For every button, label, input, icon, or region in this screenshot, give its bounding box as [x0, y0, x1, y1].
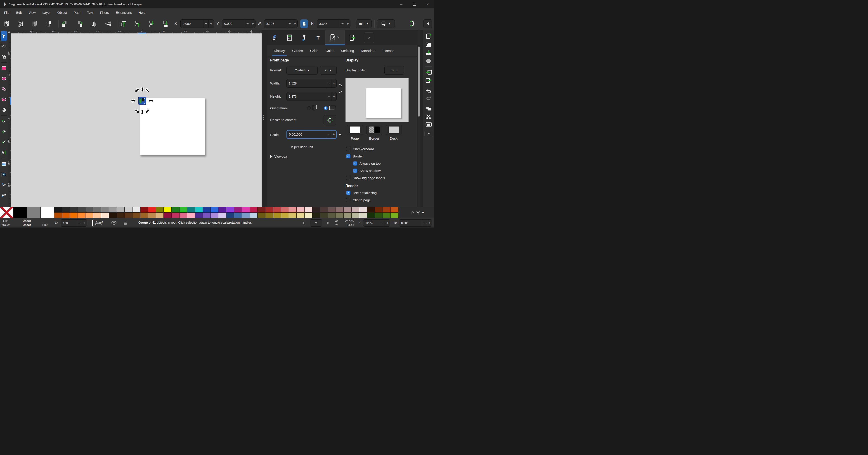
lower-to-bottom-icon[interactable]	[162, 20, 169, 27]
palette-swatch[interactable]	[86, 207, 93, 213]
selector-tool[interactable]	[0, 31, 7, 41]
x-field[interactable]: 0.000 − +	[180, 20, 214, 28]
palette-swatch[interactable]	[187, 213, 195, 218]
palette-swatch[interactable]	[70, 213, 78, 218]
palette-swatch[interactable]	[234, 213, 242, 218]
show-shadow-checkbox[interactable]: ✓Show shadow	[353, 168, 380, 173]
page-height-value[interactable]: 1.373	[287, 95, 326, 98]
close-dialog-icon[interactable]: ✕	[337, 35, 340, 39]
tab-fill-stroke[interactable]	[297, 30, 311, 45]
raise-icon[interactable]	[134, 20, 141, 27]
palette-swatch[interactable]	[54, 213, 62, 218]
palette-swatch[interactable]	[305, 207, 312, 213]
palette-swatch[interactable]	[336, 213, 344, 218]
flip-vertical-icon[interactable]	[105, 20, 112, 27]
palette-swatch[interactable]	[125, 207, 132, 213]
zoom-field[interactable]: 129% − +	[363, 219, 390, 227]
rectangle-tool[interactable]	[0, 63, 7, 73]
w-increment-button[interactable]: +	[292, 20, 297, 28]
menu-path[interactable]: Path	[71, 10, 83, 15]
open-icon[interactable]	[426, 42, 432, 47]
palette-swatch[interactable]	[195, 213, 203, 218]
palette-swatch[interactable]	[172, 213, 180, 218]
more-commands-button[interactable]	[424, 130, 433, 137]
menu-help[interactable]: Help	[136, 10, 148, 15]
palette-swatch[interactable]	[180, 213, 187, 218]
palette-swatch[interactable]	[164, 213, 172, 218]
always-on-top-checkbox[interactable]: ✓Always on top	[353, 161, 380, 166]
tab-color[interactable]: Color	[322, 47, 337, 55]
mesh-gradient-tool[interactable]	[0, 169, 7, 180]
page-selector-dropdown[interactable]	[310, 219, 322, 227]
scale-handle-s[interactable]	[140, 109, 145, 115]
palette-swatch[interactable]	[297, 213, 305, 218]
scale-decrement-button[interactable]: −	[326, 131, 331, 138]
lower-icon[interactable]	[148, 20, 155, 27]
viewbox-expander-icon[interactable]	[270, 155, 273, 158]
palette-swatch[interactable]	[93, 207, 101, 213]
palette-menu-icon[interactable]: ≡	[422, 210, 424, 215]
page-color-button[interactable]	[347, 125, 363, 135]
palette-swatch[interactable]	[257, 207, 266, 213]
page-width-value[interactable]: 1.528	[287, 82, 326, 85]
palette-swatch[interactable]	[344, 213, 351, 218]
zoom-increment-button[interactable]: +	[385, 220, 390, 226]
palette-swatch[interactable]	[211, 207, 219, 213]
portrait-radio[interactable]	[307, 106, 311, 110]
more-dialogs-button[interactable]	[364, 32, 374, 43]
cut-icon[interactable]	[426, 114, 432, 119]
selected-object-pcb-module[interactable]	[138, 97, 146, 105]
palette-swatch[interactable]	[148, 213, 156, 218]
palette-swatch[interactable]	[320, 213, 328, 218]
tab-scripting[interactable]: Scripting	[338, 47, 357, 55]
palette-swatch[interactable]	[109, 213, 117, 218]
paint-bucket-tool[interactable]	[0, 190, 7, 200]
menu-object[interactable]: Object	[55, 10, 70, 15]
layer-lock-icon[interactable]	[123, 220, 127, 225]
palette-swatch[interactable]	[62, 207, 70, 213]
palette-swatch[interactable]	[86, 213, 93, 218]
palette-swatch[interactable]	[305, 213, 312, 218]
palette-swatch[interactable]	[351, 213, 360, 218]
collapse-toolbar-button[interactable]	[423, 20, 432, 28]
menu-layer[interactable]: Layer	[40, 10, 53, 15]
menu-edit[interactable]: Edit	[13, 10, 24, 15]
layer-visibility-eye-icon[interactable]	[111, 221, 117, 225]
palette-swatch[interactable]	[156, 207, 164, 213]
canvas[interactable]	[11, 33, 261, 207]
scale-value[interactable]: 0.001000	[287, 133, 326, 136]
palette-swatch[interactable]	[281, 213, 289, 218]
palette-swatch[interactable]	[320, 207, 328, 213]
palette-swatch[interactable]	[211, 213, 219, 218]
star-tool[interactable]	[0, 84, 7, 94]
checkerboard-checkbox[interactable]: ✓Checkerboard	[346, 147, 374, 151]
desk-color-button[interactable]	[386, 125, 402, 135]
current-layer[interactable]: [root]	[95, 221, 103, 225]
viewbox-label[interactable]: Viewbox	[274, 155, 287, 158]
tab-guides[interactable]: Guides	[289, 47, 306, 55]
invert-selection-icon[interactable]	[46, 20, 53, 27]
x-decrement-button[interactable]: −	[203, 20, 209, 28]
palette-swatch[interactable]	[336, 207, 344, 213]
flip-horizontal-icon[interactable]	[91, 20, 98, 27]
horizontal-ruler[interactable]: -250-200-150-100-50050100150200250	[11, 30, 261, 33]
pen-tool[interactable]	[0, 116, 7, 127]
rotation-value[interactable]: 0.00°	[399, 221, 422, 225]
panel-splitter-handle[interactable]: •••	[263, 114, 264, 123]
gray-swatch[interactable]	[27, 207, 41, 218]
palette-swatch[interactable]	[203, 207, 211, 213]
palette-swatch[interactable]	[367, 207, 375, 213]
opacity-value[interactable]: 100	[61, 221, 76, 225]
zoom-decrement-button[interactable]: −	[380, 220, 385, 226]
select-all-layers-icon[interactable]	[18, 20, 25, 27]
export-document-icon[interactable]	[426, 78, 432, 83]
palette-swatch[interactable]	[101, 207, 109, 213]
redo-icon[interactable]	[426, 96, 432, 100]
palette-swatch[interactable]	[180, 207, 187, 213]
page-height-field[interactable]: 1.373 − +	[286, 92, 337, 101]
palette-swatch[interactable]	[328, 213, 336, 218]
palette-swatch[interactable]	[195, 207, 203, 213]
palette-swatch[interactable]	[203, 213, 211, 218]
page-width-field[interactable]: 1.528 − +	[286, 79, 337, 88]
h-decrement-button[interactable]: −	[340, 20, 345, 28]
